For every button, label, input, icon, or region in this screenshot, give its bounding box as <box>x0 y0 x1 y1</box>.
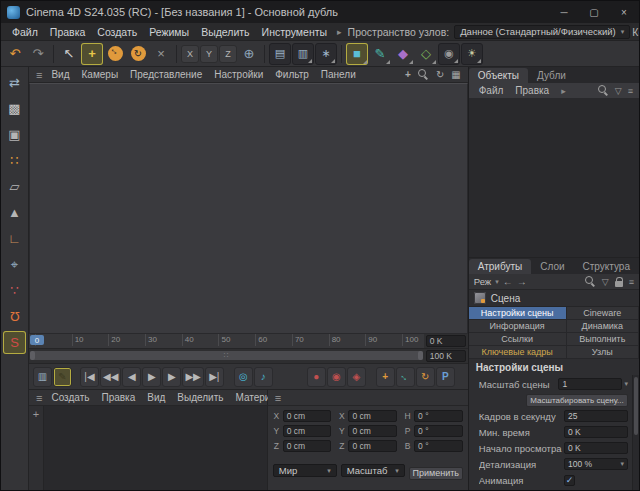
material-list-area[interactable] <box>44 406 267 490</box>
scale-z-field[interactable]: 0 cm <box>348 440 397 452</box>
keyframe-selection-button[interactable]: ◈ <box>347 367 366 387</box>
prev-key-button[interactable]: ◀◀ <box>100 367 121 387</box>
scale-x-field[interactable]: 0 cm <box>348 410 397 422</box>
toggle-views-icon[interactable]: ▦ <box>451 69 460 80</box>
search-icon[interactable] <box>585 276 596 287</box>
unit-dropdown-icon[interactable]: ▾ <box>624 380 628 388</box>
am-tab-layers[interactable]: Слои <box>531 259 573 274</box>
history-back-icon[interactable]: ← <box>503 276 513 287</box>
lock-icon[interactable] <box>615 281 623 287</box>
menu-edit[interactable]: Правка <box>44 25 91 39</box>
panel-menu-icon[interactable]: ≡ <box>272 392 284 404</box>
om-tab-objects[interactable]: Объекты <box>469 68 528 83</box>
menu-modes[interactable]: Режимы <box>143 25 195 39</box>
next-key-button[interactable]: ▶▶ <box>182 367 203 387</box>
render-picture-viewer-button[interactable]: ▥ <box>292 43 314 65</box>
texture-mode-icon[interactable]: ▩ <box>3 97 26 120</box>
om-menu-edit[interactable]: Правка <box>509 85 555 96</box>
tab-dynamics[interactable]: Динамика <box>567 320 639 333</box>
mat-menu-select[interactable]: Выделить <box>171 392 229 403</box>
move-tool-icon[interactable]: + <box>81 43 103 65</box>
coord-system-icon[interactable]: ⊕ <box>238 43 260 65</box>
undo-icon[interactable]: ↶ <box>4 43 26 65</box>
tab-cineware[interactable]: Cineware <box>567 307 639 320</box>
position-z-field[interactable]: 0 cm <box>283 440 332 452</box>
om-tab-takes[interactable]: Дубли <box>528 68 575 83</box>
lock-x-button[interactable]: X <box>181 45 199 63</box>
redo-icon[interactable]: ↷ <box>27 43 49 65</box>
camera-button[interactable]: ◉ <box>438 43 460 65</box>
render-view-button[interactable]: ▤ <box>269 43 291 65</box>
menu-tools[interactable]: Инструменты <box>256 25 333 39</box>
last-tool-icon[interactable]: × <box>150 43 172 65</box>
scale-tool-icon[interactable]: ↔ <box>104 43 126 65</box>
fps-row-input[interactable]: 25 <box>564 410 628 422</box>
animation-row-checkbox[interactable]: ✓ <box>564 475 575 486</box>
vp-menu-filter[interactable]: Фильтр <box>269 69 315 80</box>
record-parameter-toggle[interactable]: P <box>436 367 455 387</box>
project-scale-row-input[interactable]: 1 <box>558 378 622 390</box>
points-mode-icon[interactable]: ∷ <box>3 149 26 172</box>
panel-menu-icon[interactable]: ≡ <box>33 392 45 404</box>
vp-menu-display[interactable]: Представление <box>124 69 208 80</box>
next-frame-button[interactable]: ▶ <box>162 367 181 387</box>
pan-view-icon[interactable]: + <box>405 69 411 80</box>
coord-mode-select[interactable]: Масштаб ▾ <box>341 464 405 477</box>
vp-menu-options[interactable]: Настройки <box>208 69 269 80</box>
spline-pen-button[interactable]: ✎ <box>369 43 391 65</box>
tab-nodes[interactable]: Узлы <box>567 346 639 359</box>
filter-icon[interactable]: ▽ <box>602 277 609 287</box>
record-rotation-toggle[interactable]: ↻ <box>416 367 435 387</box>
min-time-row-input[interactable]: 0 K <box>564 426 628 438</box>
search-icon[interactable] <box>598 85 609 96</box>
model-mode-icon[interactable]: ▣ <box>3 123 26 146</box>
lock-z-button[interactable]: Z <box>219 45 237 63</box>
preview-range-slider[interactable]: ∷ <box>30 351 423 360</box>
selected-object-row[interactable]: Сцена <box>469 290 639 307</box>
volume-button[interactable]: ◆ <box>392 43 414 65</box>
go-to-start-button[interactable]: |◀ <box>80 367 99 387</box>
node-space-select[interactable]: Данное (Стандартный/Физический) ▾ <box>454 25 630 39</box>
prev-frame-button[interactable]: ◀ <box>122 367 141 387</box>
panel-menu-icon[interactable]: ≡ <box>628 86 633 96</box>
close-button[interactable]: × <box>609 1 639 23</box>
object-list[interactable] <box>469 98 639 258</box>
make-preview-button[interactable]: ▥ <box>33 367 52 387</box>
coord-system-select[interactable]: Мир ▾ <box>273 464 337 477</box>
position-y-field[interactable]: 0 cm <box>283 425 332 437</box>
simulation-button[interactable]: ◇ <box>415 43 437 65</box>
tab-keys[interactable]: Ключевые кадры <box>469 346 567 359</box>
scale-project-row-button[interactable]: Масштабировать сцену... <box>526 394 628 407</box>
polygons-mode-icon[interactable]: ▲ <box>3 201 26 224</box>
current-frame-field[interactable]: 0 K <box>426 335 466 347</box>
make-editable-icon[interactable]: ⇄ <box>3 71 26 94</box>
tab-info[interactable]: Информация <box>469 320 567 333</box>
mat-menu-view[interactable]: Вид <box>141 392 171 403</box>
panel-menu-icon[interactable]: ≡ <box>629 277 634 287</box>
rotate-view-icon[interactable]: ↻ <box>436 69 444 80</box>
vp-menu-panels[interactable]: Панели <box>315 69 362 80</box>
scrollbar-thumb[interactable] <box>634 377 638 435</box>
viewport-canvas[interactable] <box>29 83 468 334</box>
axis-mode-icon[interactable]: ⌖ <box>3 253 26 276</box>
playhead[interactable]: 0 <box>30 335 44 345</box>
rotation-h-field[interactable]: 0 ° <box>414 410 463 422</box>
tab-references[interactable]: Ссылки <box>469 333 567 346</box>
mat-menu-edit[interactable]: Правка <box>95 392 141 403</box>
magnet-snap-icon[interactable]: Ω <box>3 305 26 328</box>
vp-menu-cameras[interactable]: Камеры <box>76 69 125 80</box>
menu-overflow-icon[interactable]: ▸ <box>333 27 346 37</box>
rotation-p-field[interactable]: 0 ° <box>414 425 463 437</box>
add-cube-button[interactable]: ■ <box>346 43 368 65</box>
timeline-ruler[interactable]: 0 0102030405060708090100 <box>29 334 424 348</box>
live-selection-icon[interactable]: ↖ <box>58 43 80 65</box>
filter-icon[interactable]: ▽ <box>615 86 622 96</box>
scrollbar[interactable] <box>632 375 639 490</box>
solo-toggle[interactable]: ◎ <box>234 367 253 387</box>
section-header[interactable]: Настройки сцены <box>469 359 639 375</box>
snap-settings-button[interactable]: S <box>3 331 26 354</box>
preview-start-row-input[interactable]: 0 K <box>564 442 628 454</box>
position-x-field[interactable]: 0 cm <box>283 410 332 422</box>
end-frame-field[interactable]: 100 K <box>426 350 466 362</box>
light-button[interactable]: ☀ <box>461 43 483 65</box>
